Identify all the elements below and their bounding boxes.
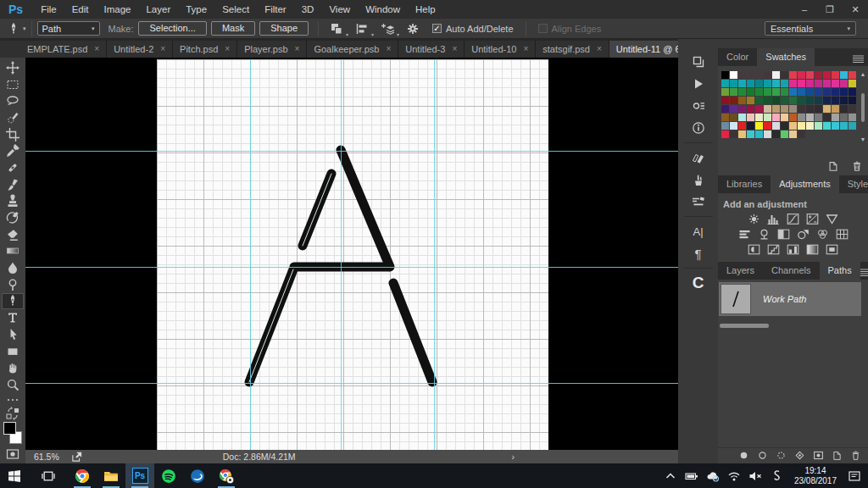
swatch[interactable] <box>849 71 856 79</box>
type-tool[interactable] <box>2 309 24 326</box>
swatch[interactable] <box>806 80 814 87</box>
paths-hscrollbar[interactable] <box>720 324 769 328</box>
new-swatch-button[interactable] <box>827 160 839 172</box>
swatch[interactable] <box>806 105 814 113</box>
swatch[interactable] <box>781 105 788 113</box>
document-tab[interactable]: Untitled-3× <box>398 41 465 58</box>
swatch[interactable] <box>815 88 822 96</box>
tab-swatches[interactable]: Swatches <box>757 48 815 66</box>
swatch[interactable] <box>755 80 763 87</box>
menu-3d[interactable]: 3D <box>294 4 322 14</box>
vertical-guide[interactable] <box>434 59 435 450</box>
tab-close-icon[interactable]: × <box>94 41 99 58</box>
menu-help[interactable]: Help <box>408 4 443 14</box>
tool-presets-panel-icon[interactable] <box>686 191 711 213</box>
swatch[interactable] <box>789 122 797 130</box>
make-mask-button[interactable]: Mask <box>211 21 255 36</box>
scrollbar-thumb[interactable] <box>861 93 865 122</box>
rectangle-tool[interactable] <box>2 343 24 360</box>
tab-color[interactable]: Color <box>718 48 757 66</box>
horizontal-guide[interactable] <box>25 267 678 268</box>
document-canvas[interactable] <box>157 59 548 450</box>
swatch[interactable] <box>815 71 822 79</box>
crop-tool[interactable] <box>2 126 24 143</box>
creative-cloud-panel-icon[interactable]: C <box>686 272 711 294</box>
swatch[interactable] <box>823 88 831 96</box>
eyedropper-tool[interactable] <box>2 142 24 159</box>
swatch[interactable] <box>721 88 729 96</box>
black-white-adjustment-icon[interactable] <box>776 228 791 241</box>
rectangular-marquee-tool[interactable] <box>2 76 24 93</box>
swatch[interactable] <box>721 80 729 87</box>
swatch[interactable] <box>730 122 737 130</box>
swatch[interactable] <box>840 80 848 87</box>
gear-icon[interactable] <box>406 22 420 36</box>
swatch[interactable] <box>772 97 780 104</box>
swatch[interactable] <box>772 88 780 96</box>
chrome-football-taskbar-button[interactable] <box>212 463 241 488</box>
swatch[interactable] <box>849 114 856 121</box>
close-button[interactable]: ✕ <box>843 0 868 19</box>
swatch[interactable] <box>823 105 831 113</box>
character-panel-icon[interactable]: A| <box>686 220 711 242</box>
document-tab[interactable]: Untitled-2× <box>107 41 173 58</box>
color-swatches-control[interactable] <box>3 422 23 444</box>
swatch[interactable] <box>789 97 797 104</box>
swatch[interactable] <box>849 97 856 104</box>
move-tool[interactable] <box>2 59 24 76</box>
quick-mask-button[interactable] <box>2 446 24 462</box>
path-alignment-icon[interactable]: ▾ <box>355 22 369 36</box>
brushes-panel-icon[interactable] <box>686 169 711 191</box>
swatch[interactable] <box>849 122 856 130</box>
swatch[interactable] <box>730 105 737 113</box>
menu-file[interactable]: File <box>33 4 64 14</box>
swatch[interactable] <box>832 97 839 104</box>
path-operations-icon[interactable]: ▾ <box>330 22 343 36</box>
swatch[interactable] <box>772 71 780 79</box>
swatch[interactable] <box>815 122 822 130</box>
swatch[interactable] <box>789 80 797 87</box>
swatch[interactable] <box>730 130 737 138</box>
swatch[interactable] <box>789 105 797 113</box>
gradient-tool[interactable] <box>2 243 24 260</box>
spotify-taskbar-button[interactable] <box>154 463 183 488</box>
path-arrangement-icon[interactable]: ▾ <box>381 22 394 36</box>
swatch[interactable] <box>815 105 822 113</box>
tab-styles[interactable]: Styles <box>839 175 868 193</box>
tab-close-icon[interactable]: × <box>452 41 457 58</box>
swatch[interactable] <box>755 105 763 113</box>
swatch[interactable] <box>798 130 805 138</box>
swatch[interactable] <box>781 88 788 96</box>
menu-edit[interactable]: Edit <box>64 4 97 14</box>
work-path-row[interactable]: Work Path <box>719 282 861 316</box>
eraser-tool[interactable] <box>2 226 24 243</box>
swatch[interactable] <box>840 97 848 104</box>
document-tab[interactable]: Pitch.psd× <box>173 41 237 58</box>
stroke-path-button[interactable] <box>757 450 768 461</box>
make-shape-button[interactable]: Shape <box>259 21 309 36</box>
pen-app-icon[interactable] <box>770 469 783 483</box>
horizontal-guide[interactable] <box>25 151 678 152</box>
exposure-adjustment-icon[interactable] <box>805 213 820 225</box>
swatch[interactable] <box>789 130 797 138</box>
zoom-tool[interactable] <box>2 376 24 393</box>
foreground-color-swatch[interactable] <box>3 422 16 435</box>
swatch[interactable] <box>764 80 771 87</box>
hidden-icons-icon[interactable] <box>664 469 677 483</box>
pen-tool-preset[interactable]: ▾ <box>7 22 26 36</box>
swatch[interactable] <box>730 88 737 96</box>
lasso-tool[interactable] <box>2 92 24 109</box>
history-panel-icon[interactable] <box>686 51 711 73</box>
swatch[interactable] <box>755 88 763 96</box>
swatch[interactable] <box>832 122 839 130</box>
new-path-button[interactable] <box>832 450 843 461</box>
swatch[interactable] <box>747 88 754 96</box>
quick-selection-tool[interactable] <box>2 109 24 126</box>
chrome-taskbar-button[interactable] <box>68 463 97 488</box>
swatch[interactable] <box>840 88 848 96</box>
dodge-tool[interactable] <box>2 276 24 293</box>
swatch[interactable] <box>806 114 814 121</box>
swatch[interactable] <box>840 122 848 130</box>
swatch[interactable] <box>789 71 797 79</box>
zoom-level[interactable]: 61.5% <box>34 452 59 462</box>
